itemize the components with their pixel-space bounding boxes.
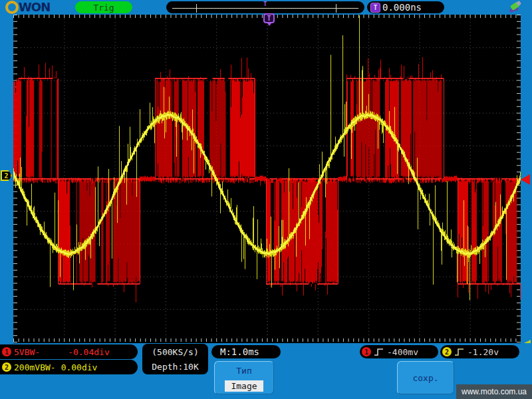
window-right-bracket: [336, 4, 336, 13]
type-menu-label: Тип: [215, 366, 273, 376]
channel2-scale: 200mVBW-: [14, 362, 56, 372]
window-left-bracket: [196, 4, 197, 13]
timebase-readout: M:1.0ms: [211, 345, 281, 358]
owon-logo-text: WON: [19, 1, 50, 14]
trigger2-readout: 2 -1.20v: [440, 345, 519, 358]
memory-depth: Depth:10K: [142, 360, 208, 374]
trigger2-level: -1.20v: [467, 347, 499, 357]
channel2-badge: 2: [2, 362, 11, 372]
oscilloscope-screen: WON Trig T T 0.000ns T 2 1 5VBW- -0.04di…: [0, 0, 532, 399]
top-status-bar: WON Trig T T 0.000ns: [0, 0, 532, 15]
bottom-status-bar: 1 5VBW- -0.04div 2 200mVBW- 0.00div (500…: [0, 343, 532, 399]
channel1-badge: 1: [2, 347, 11, 356]
trigger1-level: -400mv: [387, 347, 418, 357]
channel2-position: 0.00div: [61, 362, 98, 372]
sample-rate: (500KS/s): [142, 345, 208, 360]
trigger-time-value: 0.000ns: [382, 2, 422, 13]
trigger-time-readout: T 0.000ns: [367, 1, 444, 13]
type-menu-value[interactable]: Image: [225, 380, 263, 392]
save-button[interactable]: сохр.: [397, 361, 454, 394]
owon-logo-ring-icon: [5, 1, 19, 14]
rising-edge-icon: [374, 347, 384, 356]
memory-bar-line: [172, 8, 358, 9]
horizontal-position-bar: T: [166, 1, 364, 13]
acquisition-readout: (500KS/s) Depth:10K: [142, 344, 208, 374]
trigger-horizontal-marker-icon: T: [263, 13, 275, 23]
usb-device-icon: [507, 1, 523, 13]
owon-logo: WON: [5, 1, 50, 14]
type-menu-button[interactable]: Тип Image: [214, 361, 274, 394]
trigger-position-marker: T: [263, 1, 267, 7]
channel1-position: -0.04div: [68, 347, 110, 357]
trigger-t-icon: T: [370, 3, 380, 13]
trigger-level-arrow-icon: [521, 174, 530, 185]
trigger2-badge: 2: [442, 347, 452, 356]
trigger1-badge: 1: [362, 347, 371, 356]
rising-edge-icon: [454, 347, 465, 356]
watermark: www.moto.com.ua: [456, 384, 532, 399]
waveform-display: [13, 15, 521, 343]
trigger-status-badge: Trig: [75, 1, 132, 13]
trigger1-readout: 1 -400mv: [360, 345, 438, 358]
channel2-position-marker: 2: [1, 170, 12, 181]
channel2-readout: 2 200mVBW- 0.00div: [0, 360, 138, 374]
channel1-scale: 5VBW-: [14, 347, 40, 357]
channel1-readout: 1 5VBW- -0.04div: [0, 344, 138, 359]
